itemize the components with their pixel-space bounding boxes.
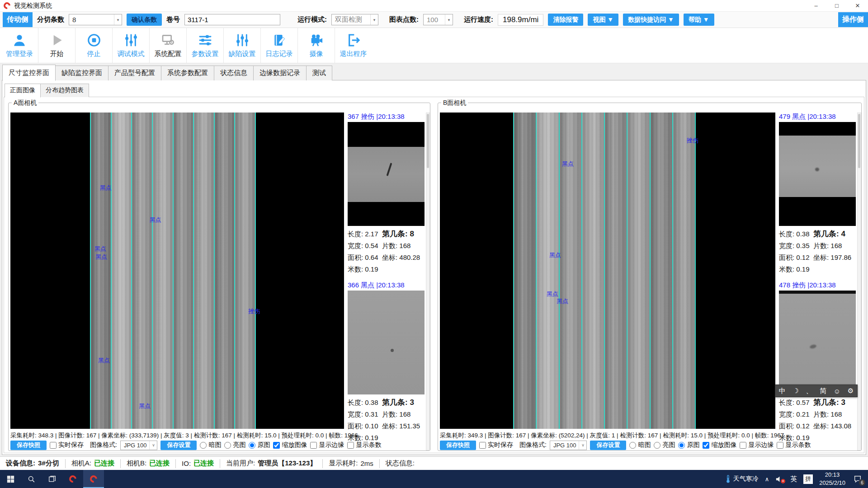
- debug-mode-button[interactable]: 调试模式: [112, 28, 149, 63]
- zoom-image-checkbox[interactable]: 缩放图像: [273, 441, 307, 449]
- admin-login-button[interactable]: 管理登录: [1, 28, 38, 63]
- save-settings-button[interactable]: 保存设置: [590, 441, 626, 450]
- minimize-button[interactable]: –: [806, 0, 826, 11]
- stop-button[interactable]: 停止: [75, 28, 112, 63]
- camera-b-conn-label: 相机B:: [127, 459, 146, 468]
- defect-thumbnail[interactable]: [779, 291, 856, 394]
- start-button[interactable]: 开始: [38, 28, 75, 63]
- ime-mode-indicator[interactable]: 拼: [803, 474, 813, 484]
- show-count-checkbox[interactable]: 显示条数: [777, 441, 811, 449]
- defect-thumbnail[interactable]: [348, 122, 425, 226]
- weather-widget[interactable]: 天气寒冷: [725, 474, 759, 483]
- film-strip: [112, 113, 132, 429]
- start-button[interactable]: [0, 470, 21, 488]
- image-format-select[interactable]: JPG 100∨: [120, 441, 158, 450]
- tab-defect-monitor[interactable]: 缺陷监控界面: [55, 66, 108, 80]
- gear-icon[interactable]: ⚙: [848, 387, 854, 395]
- scrollbar[interactable]: [426, 113, 430, 450]
- image-format-label: 图像格式:: [90, 441, 117, 449]
- defect-settings-button[interactable]: 缺陷设置: [223, 28, 260, 63]
- chevron-down-icon: ∨: [149, 441, 157, 450]
- punctuation-toggle[interactable]: 、: [806, 387, 813, 395]
- simplified-toggle[interactable]: 简: [820, 387, 826, 395]
- defect-thumbnail[interactable]: [348, 291, 425, 394]
- subtab-front-image[interactable]: 正面图像: [5, 84, 41, 98]
- moon-icon[interactable]: ☽: [793, 387, 798, 395]
- realtime-save-checkbox[interactable]: 实时保存: [50, 441, 84, 449]
- radio-bright-image[interactable]: 亮图: [654, 441, 675, 449]
- radio-bright-image[interactable]: 亮图: [224, 441, 245, 449]
- thermometer-icon: [725, 474, 731, 483]
- taskbar-app-vision-system[interactable]: [62, 470, 83, 488]
- image-format-select[interactable]: JPG 100∨: [550, 441, 587, 450]
- radio-dark-image[interactable]: 暗图: [629, 441, 651, 449]
- film-strip: [153, 113, 174, 429]
- close-button[interactable]: ✕: [847, 0, 868, 11]
- tab-status-info[interactable]: 状态信息: [214, 66, 254, 80]
- defect-header: 366 黑点 |20:13:38: [348, 281, 425, 291]
- tab-test[interactable]: 测试: [306, 66, 332, 80]
- roll-number-input[interactable]: [184, 14, 280, 25]
- data-quick-access-menu-button[interactable]: 数据快捷访问 ▼: [623, 14, 679, 26]
- defect-field: 米数: 0.19: [779, 263, 813, 275]
- camera-b-image[interactable]: 挫伤 黑点 黑点 黑点 黑点: [440, 113, 775, 429]
- scrollbar[interactable]: [857, 113, 861, 450]
- show-count-checkbox[interactable]: 显示条数: [347, 441, 381, 449]
- show-edge-checkbox[interactable]: 显示边缘: [310, 441, 344, 449]
- camera-a-image[interactable]: 黑点 黑点 黑点 黑点 挫伤 黑点 黑点: [10, 113, 344, 429]
- film-strip: [651, 113, 673, 429]
- defect-label: 黑点: [98, 357, 110, 365]
- defect-label: 挫伤: [248, 307, 260, 315]
- capture-button[interactable]: 摄像: [297, 28, 335, 63]
- tab-product-model-config[interactable]: 产品型号配置: [108, 66, 161, 80]
- radio-original-image[interactable]: 原图: [249, 441, 270, 449]
- save-snapshot-button[interactable]: 保存快照: [440, 441, 476, 450]
- volume-muted-icon[interactable]: ✕: [775, 475, 784, 483]
- zoom-image-checkbox[interactable]: 缩放图像: [703, 441, 736, 449]
- radio-dark-image[interactable]: 暗图: [200, 441, 221, 449]
- defect-field: 宽度: 0.35: [779, 240, 813, 252]
- language-indicator[interactable]: 英: [790, 475, 797, 483]
- confirm-count-button[interactable]: 确认条数: [127, 14, 162, 26]
- defect-field: 长度: 0.38: [779, 228, 813, 240]
- maximize-button[interactable]: □: [826, 0, 847, 11]
- drive-side-button[interactable]: 传动侧: [3, 12, 33, 27]
- defect-field: 米数: 0.19: [348, 263, 382, 275]
- emoji-icon[interactable]: ☺: [834, 387, 840, 395]
- tab-size-monitor[interactable]: 尺寸监控界面: [2, 65, 56, 81]
- ime-toolbar: 中 ☽ 、 简 ☺ ⚙: [775, 385, 858, 397]
- ime-lang-toggle[interactable]: 中: [779, 387, 786, 395]
- slit-count-select[interactable]: 8 ▾: [69, 14, 122, 25]
- clear-alarm-button[interactable]: 清除报警: [548, 14, 583, 26]
- task-view-icon[interactable]: [42, 470, 62, 488]
- clock[interactable]: 20:13 2025/2/10: [819, 471, 845, 487]
- notification-center-icon[interactable]: 6: [852, 473, 863, 485]
- show-edge-checkbox[interactable]: 显示边缘: [740, 441, 774, 449]
- camera-b-panel: B面相机 挫伤 黑点 黑点 黑点 黑点 479 黑点 |20:13:38 长度:…: [438, 103, 862, 451]
- taskbar-app-vision-system-active[interactable]: [83, 470, 104, 488]
- help-menu-button[interactable]: 帮助 ▼: [684, 14, 714, 26]
- film-strip: [132, 113, 153, 429]
- search-icon[interactable]: [21, 470, 42, 488]
- tray-expand-caret[interactable]: ∧: [765, 476, 769, 483]
- realtime-save-checkbox[interactable]: 实时保存: [479, 441, 513, 449]
- chart-points-select[interactable]: 100 ▾: [423, 14, 453, 25]
- strip-region: [513, 113, 696, 429]
- operator-side-button[interactable]: 操作侧: [838, 12, 868, 27]
- subtab-distribution-chart[interactable]: 分布趋势图表: [40, 84, 89, 97]
- parameter-settings-button[interactable]: 参数设置: [186, 28, 223, 63]
- save-snapshot-button[interactable]: 保存快照: [10, 441, 47, 450]
- run-mode-select[interactable]: 双面检测 ▾: [331, 14, 378, 25]
- log-record-button[interactable]: 日志记录: [260, 28, 297, 63]
- tab-edge-data-record[interactable]: 边缘数据记录: [253, 66, 307, 80]
- user-icon: [12, 33, 27, 48]
- view-menu-button[interactable]: 视图 ▼: [588, 14, 618, 26]
- defect-thumbnail[interactable]: [779, 122, 856, 226]
- defect-mark: [391, 349, 394, 352]
- tab-system-param-config[interactable]: 系统参数配置: [161, 66, 214, 80]
- save-settings-button[interactable]: 保存设置: [160, 441, 197, 450]
- current-user-label: 当前用户:: [226, 459, 255, 468]
- system-config-button[interactable]: 系统配置: [149, 28, 186, 63]
- radio-original-image[interactable]: 原图: [678, 441, 699, 449]
- exit-program-button[interactable]: 退出程序: [335, 28, 372, 63]
